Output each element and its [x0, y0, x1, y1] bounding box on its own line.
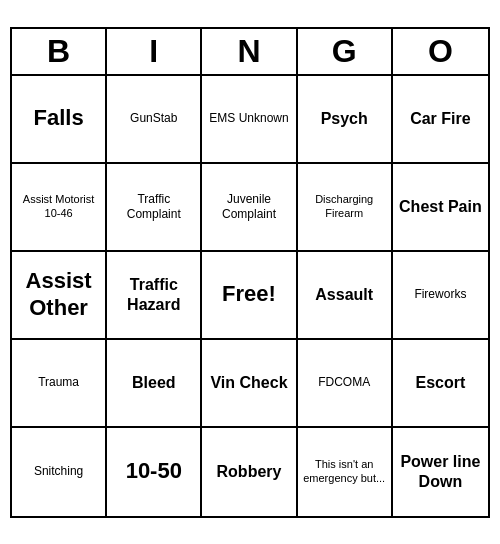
bingo-cell: Car Fire [393, 76, 488, 164]
bingo-cell: FDCOMA [298, 340, 393, 428]
bingo-cell: Traffic Hazard [107, 252, 202, 340]
bingo-cell: Chest Pain [393, 164, 488, 252]
bingo-cell: 10-50 [107, 428, 202, 516]
bingo-cell: Juvenile Complaint [202, 164, 297, 252]
bingo-cell: EMS Unknown [202, 76, 297, 164]
bingo-card: BINGO FallsGunStabEMS UnknownPsychCar Fi… [10, 27, 490, 518]
bingo-cell: Snitching [12, 428, 107, 516]
bingo-cell: Vin Check [202, 340, 297, 428]
bingo-cell: Assist Other [12, 252, 107, 340]
bingo-cell: This isn't an emergency but... [298, 428, 393, 516]
bingo-cell: GunStab [107, 76, 202, 164]
bingo-cell: Fireworks [393, 252, 488, 340]
header-letter: O [393, 29, 488, 74]
bingo-cell: Power line Down [393, 428, 488, 516]
bingo-cell: Escort [393, 340, 488, 428]
bingo-cell: Assault [298, 252, 393, 340]
bingo-cell: Bleed [107, 340, 202, 428]
bingo-cell: Free! [202, 252, 297, 340]
bingo-cell: Psych [298, 76, 393, 164]
bingo-cell: Traffic Complaint [107, 164, 202, 252]
bingo-cell: Falls [12, 76, 107, 164]
header-letter: G [298, 29, 393, 74]
bingo-cell: Trauma [12, 340, 107, 428]
header-letter: I [107, 29, 202, 74]
header-letter: B [12, 29, 107, 74]
bingo-header: BINGO [12, 29, 488, 76]
header-letter: N [202, 29, 297, 74]
bingo-cell: Assist Motorist 10-46 [12, 164, 107, 252]
bingo-grid: FallsGunStabEMS UnknownPsychCar FireAssi… [12, 76, 488, 516]
bingo-cell: Robbery [202, 428, 297, 516]
bingo-cell: Discharging Firearm [298, 164, 393, 252]
